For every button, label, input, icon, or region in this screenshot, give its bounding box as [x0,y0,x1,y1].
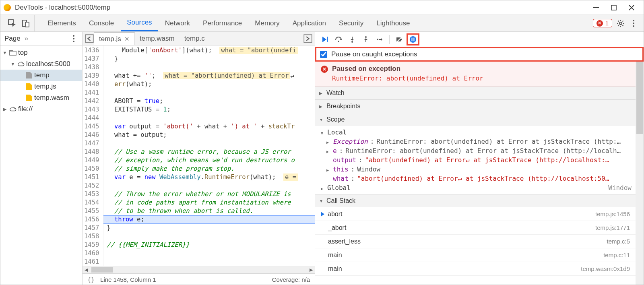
error-icon: ✕ [597,20,603,27]
editor-more-icon[interactable] [303,34,312,43]
error-count-badge[interactable]: ✕ 1 [593,19,612,27]
svg-point-20 [410,36,416,42]
window-close-button[interactable] [623,2,640,13]
frame-function: _abort [328,224,346,231]
scope-variable-row[interactable]: ▶e: RuntimeError: abort(undefined) at Er… [315,146,636,155]
close-icon[interactable]: ✕ [124,35,130,43]
error-count: 1 [605,20,609,27]
device-toolbar-icon[interactable] [21,19,30,28]
navigator-overflow-icon[interactable]: » [25,35,28,43]
navigator-header: Page » [0,32,82,45]
callstack-frame[interactable]: aborttemp.js:1456 [315,207,636,221]
tree-item[interactable]: temp.wasm [0,92,82,103]
pause-on-caught-row[interactable]: Pause on caught exceptions [315,47,644,62]
resume-button[interactable] [318,33,331,45]
svg-rect-0 [593,7,599,8]
scroll-left-icon[interactable]: ◀ [83,266,90,273]
scroll-right-icon[interactable]: ▶ [308,266,315,273]
svg-point-5 [619,22,622,25]
scope-global-row[interactable]: ▶ Global Window [315,183,636,192]
panel-tab-application[interactable]: Application [287,15,332,31]
editor-nav-back-icon[interactable] [85,34,94,43]
navigator-more-icon[interactable] [69,34,78,43]
tree-item[interactable]: temp [0,70,82,81]
scope-global-label: Global [327,184,351,192]
editor-tab[interactable]: temp.c [180,32,210,45]
editor-tab[interactable]: temp.js✕ [94,32,135,45]
svg-point-16 [338,41,339,42]
inspect-element-icon[interactable] [8,19,17,28]
panel-tab-console[interactable]: Console [83,15,120,31]
watch-section[interactable]: ▶Watch [315,87,636,100]
coverage-status: Coverage: n/a [272,276,310,283]
tree-item-label: top [18,49,28,57]
callstack-frame[interactable]: maintemp.wasm:0x1d9 [315,262,636,276]
callstack-frame[interactable]: maintemp.c:11 [315,248,636,262]
code-lines[interactable]: Module['onAbort'](what); what = "abort(u… [103,45,315,266]
scope-global-value: Window [608,184,632,192]
pretty-print-icon[interactable]: {} [87,276,95,283]
panel-tab-performance[interactable]: Performance [197,15,248,31]
scope-variable-row[interactable]: output: "abort(undefined) at Error↵ at j… [315,155,636,165]
folder-icon [9,50,17,56]
step-over-button[interactable] [332,33,345,45]
hscroll-thumb[interactable] [91,267,113,273]
code-editor[interactable]: 1436143714381439144014411442144314441445… [83,45,315,266]
tree-item[interactable]: temp.js [0,81,82,92]
frame-location: temp.wasm:0x1d9 [581,265,630,272]
svg-point-10 [73,38,74,39]
step-out-button[interactable] [359,33,372,45]
tree-item-label: localhost:5000 [26,60,70,68]
frame-location: temp.js:1456 [595,211,630,217]
step-into-button[interactable] [346,33,359,45]
svg-rect-21 [411,37,412,41]
settings-gear-icon[interactable] [616,19,625,28]
step-button[interactable] [373,33,386,45]
panel-tab-security[interactable]: Security [333,15,369,31]
editor-hscrollbar[interactable]: ◀ ▶ [83,266,315,273]
editor-statusbar: {} Line 1458, Column 1 Coverage: n/a [83,273,315,285]
panel-tab-sources[interactable]: Sources [121,15,157,31]
svg-rect-1 [611,5,616,10]
scope-variable-row[interactable]: ▶this: Window [315,165,636,174]
window-minimize-button[interactable] [587,2,605,13]
scope-local-header[interactable]: ▼Local [315,128,636,137]
callstack-frame[interactable]: _aborttemp.js:1771 [315,221,636,235]
svg-rect-15 [327,37,328,42]
panel-tab-lighthouse[interactable]: Lighthouse [371,15,415,31]
scope-header[interactable]: ▼Scope [315,113,636,126]
svg-point-17 [351,41,353,43]
pause-on-caught-checkbox[interactable] [320,51,327,58]
panel-tab-network[interactable]: Network [159,15,196,31]
frame-function: assert_less [328,238,361,245]
deactivate-breakpoints-button[interactable] [393,33,406,45]
frame-location: temp.c:11 [603,252,630,258]
svg-point-19 [377,39,378,40]
scope-variable-row[interactable]: what: "abort(undefined) at Error↵ at jsS… [315,174,636,183]
navigator-title[interactable]: Page [4,35,21,43]
scope-variable-row[interactable]: ▶Exception: RuntimeError: abort(undefine… [315,137,636,146]
svg-rect-4 [25,22,29,27]
pause-on-exceptions-button[interactable] [407,33,419,45]
more-menu-icon[interactable] [629,19,638,28]
tree-item[interactable]: ▶file:// [0,103,82,115]
devtools-favicon [4,4,11,11]
editor-tab[interactable]: temp.wasm [135,32,180,45]
breakpoints-section[interactable]: ▶Breakpoints [315,100,636,113]
file-icon [25,95,33,101]
callstack-header[interactable]: ▼Call Stack [315,194,636,207]
svg-point-6 [633,20,634,21]
scope-section: ▼Scope ▼Local ▶Exception: RuntimeError: … [315,113,636,194]
panel-tab-memory[interactable]: Memory [249,15,285,31]
debugger-vscrollbar[interactable] [636,62,644,285]
svg-rect-13 [85,35,93,43]
window-maximize-button[interactable] [605,2,623,13]
panel-tabs: ElementsConsoleSourcesNetworkPerformance… [35,15,416,31]
tree-item[interactable]: ▼localhost:5000 [0,58,82,70]
frame-function: abort [328,211,342,218]
tree-item[interactable]: ▼top [0,47,82,58]
cloud-icon [9,106,17,112]
callstack-frame[interactable]: assert_lesstemp.c:5 [315,235,636,248]
panel-tab-elements[interactable]: Elements [42,15,82,31]
vscroll-thumb[interactable] [636,62,643,134]
